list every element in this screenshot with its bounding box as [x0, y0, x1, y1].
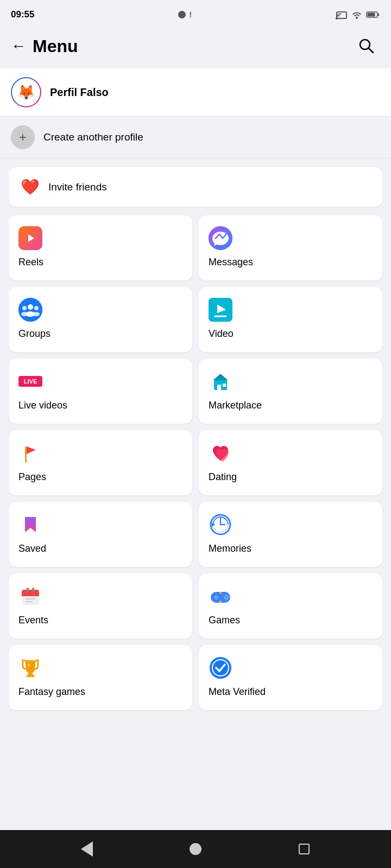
svg-point-1	[336, 17, 338, 20]
avatar-inner: 🦊	[12, 78, 40, 106]
dating-label: Dating	[209, 471, 373, 483]
nav-back-button[interactable]	[77, 839, 97, 859]
livevideos-label: Live videos	[18, 400, 182, 411]
pages-icon	[18, 441, 42, 465]
svg-rect-4	[377, 14, 379, 16]
grid-item-messages[interactable]: Messages	[199, 215, 382, 280]
wifi-icon	[351, 10, 363, 20]
svg-rect-0	[337, 12, 346, 18]
grid-item-dating[interactable]: Dating	[199, 430, 382, 495]
grid-item-marketplace[interactable]: Marketplace	[199, 359, 382, 424]
content-area: ❤️ Invite friends Reels	[0, 158, 391, 719]
marketplace-icon	[209, 369, 232, 393]
svg-rect-27	[25, 446, 27, 463]
svg-rect-5	[368, 13, 375, 17]
svg-point-12	[28, 304, 33, 310]
nav-bar	[0, 830, 391, 868]
create-profile-row[interactable]: + Create another profile	[0, 117, 391, 158]
create-profile-label: Create another profile	[43, 131, 143, 143]
events-icon	[18, 584, 42, 608]
cast-icon	[336, 10, 348, 20]
svg-rect-35	[22, 594, 39, 596]
fantasygames-label: Fantasy games	[18, 686, 182, 698]
nav-home-button[interactable]	[186, 839, 205, 859]
grid-item-livevideos[interactable]: LIVE Live videos	[9, 359, 192, 424]
search-icon	[358, 37, 375, 55]
profile-name: Perfil Falso	[50, 86, 109, 99]
back-button[interactable]: ←	[11, 37, 26, 55]
live-icon: LIVE	[18, 369, 42, 393]
svg-rect-37	[25, 601, 33, 602]
nav-back-icon	[81, 841, 93, 857]
svg-rect-39	[32, 588, 34, 592]
status-time: 09:55	[11, 9, 34, 20]
svg-text:LIVE: LIVE	[24, 378, 37, 385]
grid-item-memories[interactable]: Memories	[199, 502, 382, 567]
nav-recents-icon	[299, 844, 310, 854]
games-label: Games	[209, 615, 373, 626]
games-icon	[209, 584, 232, 608]
grid-item-reels[interactable]: Reels	[9, 215, 192, 280]
svg-point-44	[225, 598, 228, 601]
status-right-icons	[336, 10, 380, 20]
svg-point-43	[225, 595, 228, 597]
grid-item-video[interactable]: Video	[199, 287, 382, 352]
messages-label: Messages	[209, 257, 373, 268]
svg-point-16	[34, 306, 39, 310]
groups-label: Groups	[18, 328, 182, 340]
svg-point-53	[213, 660, 228, 675]
reels-label: Reels	[18, 257, 182, 268]
nav-home-icon	[190, 843, 201, 855]
video-label: Video	[209, 328, 373, 340]
grid-item-pages[interactable]: Pages	[9, 430, 192, 495]
messages-icon	[209, 226, 232, 250]
menu-grid: Reels	[9, 215, 382, 710]
battery-icon	[366, 11, 380, 18]
invite-friends-card[interactable]: ❤️ Invite friends	[9, 167, 382, 207]
svg-rect-38	[27, 588, 29, 592]
svg-point-2	[356, 17, 358, 19]
svg-point-17	[33, 312, 40, 316]
svg-rect-26	[223, 384, 226, 387]
grid-item-events[interactable]: Events	[9, 573, 192, 639]
groups-icon	[18, 298, 42, 322]
svg-rect-36	[25, 598, 36, 599]
search-button[interactable]	[353, 33, 380, 60]
status-bar: 09:55 !	[0, 0, 391, 27]
svg-point-48	[219, 601, 222, 603]
memories-label: Memories	[209, 543, 373, 554]
svg-rect-50	[26, 675, 35, 677]
grid-item-fantasygames[interactable]: Fantasy games	[9, 645, 192, 710]
avatar: 🦊	[11, 77, 41, 107]
dot-icon	[178, 11, 186, 18]
invite-friends-label: Invite friends	[48, 181, 107, 193]
fantasygames-icon	[18, 656, 42, 680]
nav-recents-button[interactable]	[294, 839, 314, 859]
status-left-icons: !	[178, 10, 192, 19]
grid-item-groups[interactable]: Groups	[9, 287, 192, 352]
exclaim-icon: !	[189, 10, 192, 19]
saved-icon	[18, 513, 42, 537]
events-label: Events	[18, 615, 182, 626]
memories-icon	[209, 513, 232, 537]
profile-row[interactable]: 🦊 Perfil Falso	[0, 68, 391, 117]
page-title: Menu	[33, 36, 78, 56]
metaverified-icon	[209, 656, 232, 680]
svg-rect-25	[217, 385, 221, 390]
plus-icon: +	[11, 125, 35, 149]
dating-icon	[209, 441, 232, 465]
reels-icon	[18, 226, 42, 250]
svg-point-47	[219, 592, 222, 594]
heart-icon: ❤️	[21, 178, 40, 196]
grid-item-games[interactable]: Games	[199, 573, 382, 639]
grid-item-saved[interactable]: Saved	[9, 502, 192, 567]
grid-item-metaverified[interactable]: Meta Verified	[199, 645, 382, 710]
svg-point-14	[22, 306, 27, 310]
marketplace-label: Marketplace	[209, 400, 373, 411]
header-left: ← Menu	[11, 36, 78, 56]
svg-point-15	[21, 312, 28, 316]
saved-label: Saved	[18, 543, 182, 554]
metaverified-label: Meta Verified	[209, 686, 373, 698]
svg-rect-46	[216, 595, 217, 600]
pages-label: Pages	[18, 471, 182, 483]
